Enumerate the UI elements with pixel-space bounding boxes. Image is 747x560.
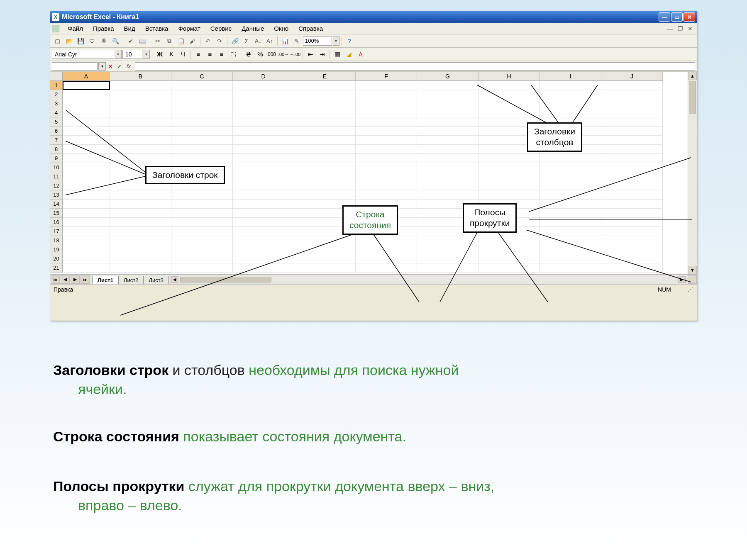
cell-B1[interactable] xyxy=(110,81,171,90)
cell-F21[interactable] xyxy=(356,263,417,273)
cell-J1[interactable] xyxy=(601,81,663,90)
cell-A20[interactable] xyxy=(63,254,110,263)
cell-H13[interactable] xyxy=(478,190,540,200)
cell-A17[interactable] xyxy=(63,227,110,236)
row-header-6[interactable]: 6 xyxy=(50,127,63,136)
menu-view[interactable]: Вид xyxy=(119,24,140,33)
cell-J17[interactable] xyxy=(601,227,663,236)
minimize-button[interactable]: — xyxy=(659,12,670,22)
cell-G21[interactable] xyxy=(417,263,478,273)
cell-F10[interactable] xyxy=(356,163,417,172)
cell-J21[interactable] xyxy=(601,263,663,273)
cell-A11[interactable] xyxy=(63,172,110,181)
fx-icon[interactable]: fx xyxy=(124,62,133,71)
cell-B4[interactable] xyxy=(110,108,171,117)
help-icon[interactable]: ? xyxy=(344,36,355,46)
cell-F3[interactable] xyxy=(356,99,417,108)
cell-C9[interactable] xyxy=(171,154,233,163)
column-header-I[interactable]: I xyxy=(540,72,601,81)
cell-F11[interactable] xyxy=(356,172,417,181)
cell-E2[interactable] xyxy=(294,90,356,99)
vscroll-thumb[interactable] xyxy=(689,81,696,114)
cell-E7[interactable] xyxy=(294,136,356,145)
font-combo[interactable]: Arial Cyr xyxy=(52,50,114,59)
decrease-indent-icon[interactable]: ⇤ xyxy=(305,49,316,60)
menu-insert[interactable]: Вставка xyxy=(140,24,173,33)
cell-D13[interactable] xyxy=(233,190,294,200)
align-center-icon[interactable]: ≡ xyxy=(205,49,215,60)
zoom-combo[interactable]: 100% xyxy=(303,37,332,46)
mdi-close-button[interactable]: ✕ xyxy=(686,25,694,32)
row-header-17[interactable]: 17 xyxy=(50,227,63,236)
cell-D8[interactable] xyxy=(233,145,294,154)
paste-icon[interactable]: 📋 xyxy=(176,36,186,46)
cell-F20[interactable] xyxy=(356,254,417,263)
cell-I2[interactable] xyxy=(540,90,601,99)
font-color-icon[interactable]: A xyxy=(355,49,366,60)
redo-icon[interactable]: ↷ xyxy=(214,36,225,46)
row-header-10[interactable]: 10 xyxy=(50,163,63,172)
cell-A2[interactable] xyxy=(63,90,110,99)
cell-D1[interactable] xyxy=(233,81,294,90)
cell-A4[interactable] xyxy=(63,108,110,117)
cell-F1[interactable] xyxy=(356,81,417,90)
cell-H20[interactable] xyxy=(478,254,540,263)
cell-D21[interactable] xyxy=(233,263,294,273)
cell-F9[interactable] xyxy=(356,154,417,163)
row-header-20[interactable]: 20 xyxy=(50,254,63,263)
sheet-tab-2[interactable]: Лист2 xyxy=(118,276,144,284)
cell-E12[interactable] xyxy=(294,181,356,190)
cell-E18[interactable] xyxy=(294,236,356,245)
cell-G9[interactable] xyxy=(417,154,478,163)
cell-B16[interactable] xyxy=(110,218,171,227)
row-header-8[interactable]: 8 xyxy=(50,145,63,154)
cell-F7[interactable] xyxy=(356,136,417,145)
cell-J12[interactable] xyxy=(601,181,663,190)
cell-B20[interactable] xyxy=(110,254,171,263)
cell-J5[interactable] xyxy=(601,117,663,127)
select-all-corner[interactable] xyxy=(50,72,63,81)
cell-G19[interactable] xyxy=(417,245,478,254)
cell-A15[interactable] xyxy=(63,209,110,218)
column-header-G[interactable]: G xyxy=(417,72,478,81)
cell-H10[interactable] xyxy=(478,163,540,172)
cell-H4[interactable] xyxy=(478,108,540,117)
cell-F8[interactable] xyxy=(356,145,417,154)
cell-I16[interactable] xyxy=(540,218,601,227)
currency-icon[interactable]: ₴ xyxy=(243,49,254,60)
column-header-F[interactable]: F xyxy=(356,72,417,81)
cell-A18[interactable] xyxy=(63,236,110,245)
increase-indent-icon[interactable]: ⇥ xyxy=(317,49,327,60)
hscroll-thumb[interactable] xyxy=(180,277,271,282)
font-arrow-icon[interactable]: ▾ xyxy=(115,50,122,59)
row-header-4[interactable]: 4 xyxy=(50,108,63,117)
format-painter-icon[interactable]: 🖌 xyxy=(187,36,198,46)
cell-F2[interactable] xyxy=(356,90,417,99)
cell-D11[interactable] xyxy=(233,172,294,181)
cell-E19[interactable] xyxy=(294,245,356,254)
cell-I21[interactable] xyxy=(540,263,601,273)
cell-B7[interactable] xyxy=(110,136,171,145)
cell-C15[interactable] xyxy=(171,209,233,218)
cell-H1[interactable] xyxy=(478,81,540,90)
cell-I11[interactable] xyxy=(540,172,601,181)
cell-A8[interactable] xyxy=(63,145,110,154)
open-icon[interactable]: 📂 xyxy=(63,36,74,46)
column-header-D[interactable]: D xyxy=(233,72,294,81)
cell-I15[interactable] xyxy=(540,209,601,218)
cell-A6[interactable] xyxy=(63,127,110,136)
cell-I19[interactable] xyxy=(540,245,601,254)
cell-A3[interactable] xyxy=(63,99,110,108)
drawing-icon[interactable]: ✎ xyxy=(291,36,302,46)
comma-icon[interactable]: 000 xyxy=(266,49,277,60)
cell-E20[interactable] xyxy=(294,254,356,263)
cell-C19[interactable] xyxy=(171,245,233,254)
name-box-arrow-icon[interactable]: ▾ xyxy=(98,62,106,71)
cell-J7[interactable] xyxy=(601,136,663,145)
cell-I1[interactable] xyxy=(540,81,601,90)
row-header-21[interactable]: 21 xyxy=(50,263,63,273)
cell-J10[interactable] xyxy=(601,163,663,172)
cell-C4[interactable] xyxy=(171,108,233,117)
column-header-A[interactable]: A xyxy=(63,72,110,81)
decrease-decimal-icon[interactable]: ←.00 xyxy=(290,49,300,60)
